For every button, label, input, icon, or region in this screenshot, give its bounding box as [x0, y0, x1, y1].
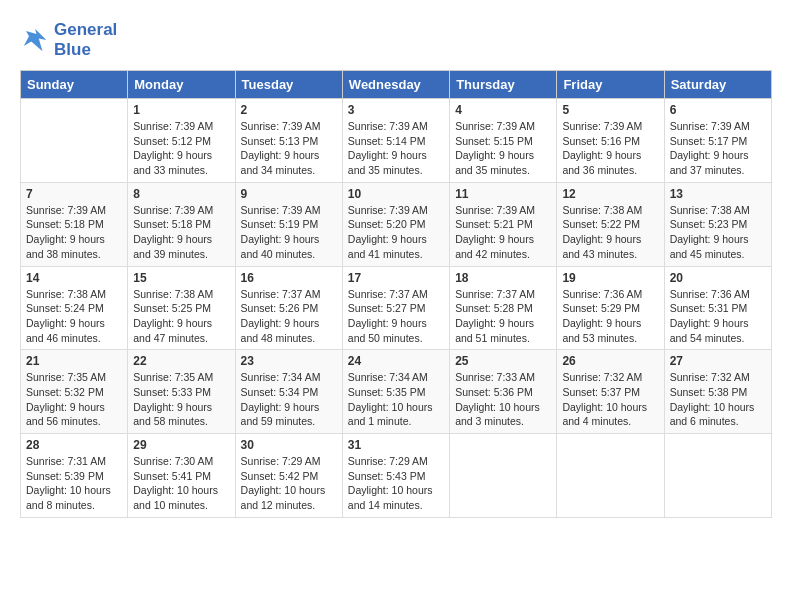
day-number: 29 — [133, 438, 229, 452]
day-info-line: Sunset: 5:16 PM — [562, 135, 640, 147]
calendar-cell: 7Sunrise: 7:39 AMSunset: 5:18 PMDaylight… — [21, 182, 128, 266]
day-info: Sunrise: 7:37 AMSunset: 5:28 PMDaylight:… — [455, 287, 551, 346]
day-info-line: Daylight: 9 hours — [133, 233, 212, 245]
day-number: 7 — [26, 187, 122, 201]
day-info-line: Sunset: 5:24 PM — [26, 302, 104, 314]
day-info-line: Daylight: 10 hours — [133, 484, 218, 496]
day-info-line: Sunrise: 7:30 AM — [133, 455, 213, 467]
day-info: Sunrise: 7:38 AMSunset: 5:25 PMDaylight:… — [133, 287, 229, 346]
day-info-line: Sunrise: 7:32 AM — [562, 371, 642, 383]
day-info: Sunrise: 7:38 AMSunset: 5:22 PMDaylight:… — [562, 203, 658, 262]
calendar-cell: 6Sunrise: 7:39 AMSunset: 5:17 PMDaylight… — [664, 99, 771, 183]
day-info-line: Daylight: 9 hours — [26, 233, 105, 245]
day-info-line: Sunset: 5:32 PM — [26, 386, 104, 398]
day-info-line: and 46 minutes. — [26, 332, 101, 344]
day-info: Sunrise: 7:32 AMSunset: 5:37 PMDaylight:… — [562, 370, 658, 429]
day-info: Sunrise: 7:39 AMSunset: 5:19 PMDaylight:… — [241, 203, 337, 262]
calendar-cell: 5Sunrise: 7:39 AMSunset: 5:16 PMDaylight… — [557, 99, 664, 183]
day-info: Sunrise: 7:31 AMSunset: 5:39 PMDaylight:… — [26, 454, 122, 513]
day-number: 6 — [670, 103, 766, 117]
day-info-line: Sunrise: 7:38 AM — [562, 204, 642, 216]
day-info-line: Daylight: 9 hours — [562, 233, 641, 245]
day-info-line: and 33 minutes. — [133, 164, 208, 176]
day-number: 11 — [455, 187, 551, 201]
day-info-line: Sunrise: 7:39 AM — [241, 204, 321, 216]
calendar-cell: 8Sunrise: 7:39 AMSunset: 5:18 PMDaylight… — [128, 182, 235, 266]
day-info-line: Sunset: 5:34 PM — [241, 386, 319, 398]
day-info-line: Sunset: 5:36 PM — [455, 386, 533, 398]
day-info-line: Daylight: 9 hours — [133, 317, 212, 329]
calendar-cell: 27Sunrise: 7:32 AMSunset: 5:38 PMDayligh… — [664, 350, 771, 434]
day-number: 27 — [670, 354, 766, 368]
day-info: Sunrise: 7:39 AMSunset: 5:21 PMDaylight:… — [455, 203, 551, 262]
day-info-line: Daylight: 10 hours — [26, 484, 111, 496]
day-info-line: Daylight: 9 hours — [241, 149, 320, 161]
calendar-table: SundayMondayTuesdayWednesdayThursdayFrid… — [20, 70, 772, 518]
day-number: 14 — [26, 271, 122, 285]
week-row-3: 14Sunrise: 7:38 AMSunset: 5:24 PMDayligh… — [21, 266, 772, 350]
week-row-4: 21Sunrise: 7:35 AMSunset: 5:32 PMDayligh… — [21, 350, 772, 434]
day-info-line: Daylight: 9 hours — [670, 149, 749, 161]
day-info-line: Sunset: 5:26 PM — [241, 302, 319, 314]
day-info-line: Sunset: 5:17 PM — [670, 135, 748, 147]
dow-header-wednesday: Wednesday — [342, 71, 449, 99]
day-number: 12 — [562, 187, 658, 201]
calendar-cell: 3Sunrise: 7:39 AMSunset: 5:14 PMDaylight… — [342, 99, 449, 183]
day-info-line: Sunrise: 7:39 AM — [348, 204, 428, 216]
day-info-line: Sunset: 5:18 PM — [133, 218, 211, 230]
day-info-line: Sunrise: 7:29 AM — [348, 455, 428, 467]
dow-header-friday: Friday — [557, 71, 664, 99]
day-number: 3 — [348, 103, 444, 117]
day-info-line: and 45 minutes. — [670, 248, 745, 260]
day-info-line: Sunrise: 7:37 AM — [455, 288, 535, 300]
day-info-line: Sunset: 5:22 PM — [562, 218, 640, 230]
day-info-line: and 53 minutes. — [562, 332, 637, 344]
day-info-line: and 42 minutes. — [455, 248, 530, 260]
calendar-cell: 21Sunrise: 7:35 AMSunset: 5:32 PMDayligh… — [21, 350, 128, 434]
day-info-line: Sunset: 5:15 PM — [455, 135, 533, 147]
calendar-cell — [557, 434, 664, 518]
day-info: Sunrise: 7:30 AMSunset: 5:41 PMDaylight:… — [133, 454, 229, 513]
logo: General Blue — [20, 20, 117, 60]
calendar-cell: 2Sunrise: 7:39 AMSunset: 5:13 PMDaylight… — [235, 99, 342, 183]
day-info-line: Sunrise: 7:34 AM — [348, 371, 428, 383]
calendar-cell: 22Sunrise: 7:35 AMSunset: 5:33 PMDayligh… — [128, 350, 235, 434]
day-info-line: Sunset: 5:35 PM — [348, 386, 426, 398]
calendar-cell: 30Sunrise: 7:29 AMSunset: 5:42 PMDayligh… — [235, 434, 342, 518]
dow-header-thursday: Thursday — [450, 71, 557, 99]
week-row-5: 28Sunrise: 7:31 AMSunset: 5:39 PMDayligh… — [21, 434, 772, 518]
day-info-line: and 8 minutes. — [26, 499, 95, 511]
logo-icon — [20, 25, 50, 55]
day-info: Sunrise: 7:39 AMSunset: 5:17 PMDaylight:… — [670, 119, 766, 178]
day-number: 8 — [133, 187, 229, 201]
calendar-cell — [450, 434, 557, 518]
day-info-line: and 56 minutes. — [26, 415, 101, 427]
day-info-line: Sunset: 5:29 PM — [562, 302, 640, 314]
svg-marker-0 — [24, 29, 47, 52]
day-info-line: Daylight: 9 hours — [348, 149, 427, 161]
day-info-line: Daylight: 10 hours — [670, 401, 755, 413]
day-info-line: Sunset: 5:28 PM — [455, 302, 533, 314]
day-info: Sunrise: 7:32 AMSunset: 5:38 PMDaylight:… — [670, 370, 766, 429]
day-info-line: Sunset: 5:23 PM — [670, 218, 748, 230]
day-info-line: and 58 minutes. — [133, 415, 208, 427]
day-info: Sunrise: 7:36 AMSunset: 5:31 PMDaylight:… — [670, 287, 766, 346]
day-info-line: Sunset: 5:41 PM — [133, 470, 211, 482]
day-info: Sunrise: 7:39 AMSunset: 5:18 PMDaylight:… — [26, 203, 122, 262]
day-info: Sunrise: 7:39 AMSunset: 5:13 PMDaylight:… — [241, 119, 337, 178]
day-info-line: Sunset: 5:37 PM — [562, 386, 640, 398]
day-info-line: Daylight: 10 hours — [348, 401, 433, 413]
day-info-line: Sunrise: 7:39 AM — [670, 120, 750, 132]
logo-subtext: Blue — [54, 40, 117, 60]
day-info-line: Sunrise: 7:39 AM — [133, 120, 213, 132]
day-info-line: and 47 minutes. — [133, 332, 208, 344]
day-number: 21 — [26, 354, 122, 368]
day-info: Sunrise: 7:36 AMSunset: 5:29 PMDaylight:… — [562, 287, 658, 346]
day-number: 9 — [241, 187, 337, 201]
day-number: 10 — [348, 187, 444, 201]
day-info-line: Sunset: 5:42 PM — [241, 470, 319, 482]
day-info-line: Sunset: 5:19 PM — [241, 218, 319, 230]
day-info-line: Daylight: 10 hours — [241, 484, 326, 496]
day-info-line: Daylight: 9 hours — [670, 317, 749, 329]
day-info-line: and 41 minutes. — [348, 248, 423, 260]
